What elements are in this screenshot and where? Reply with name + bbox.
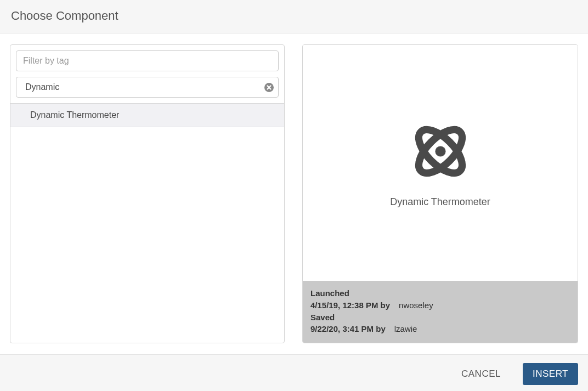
atom-icon [408,118,473,186]
launched-line: 4/15/19, 12:38 PM by nwoseley [310,299,570,311]
filter-tag-input[interactable] [16,50,279,71]
dialog-header: Choose Component [0,0,588,33]
saved-label: Saved [310,311,570,324]
filter-box [10,45,284,103]
list-item-label: Dynamic Thermometer [30,110,119,120]
saved-user: lzawie [394,323,417,335]
saved-line: 9/22/20, 3:41 PM by lzawie [310,323,570,335]
preview-meta: Launched 4/15/19, 12:38 PM by nwoseley S… [303,281,578,343]
list-item[interactable]: Dynamic Thermometer [10,104,284,127]
dialog-footer: CANCEL INSERT [0,354,588,391]
preview-panel: Dynamic Thermometer Launched 4/15/19, 12… [302,44,578,343]
launched-label: Launched [310,287,570,299]
cancel-button[interactable]: CANCEL [451,363,511,385]
component-list-panel: Dynamic Thermometer [10,44,285,343]
results-list: Dynamic Thermometer [10,103,284,127]
preview-title: Dynamic Thermometer [390,196,490,208]
dialog-title: Choose Component [11,9,577,23]
dialog-body: Dynamic Thermometer Dynamic Thermometer … [0,33,588,354]
svg-point-3 [435,146,445,156]
launched-user: nwoseley [399,299,433,311]
close-circle-icon [264,83,274,92]
insert-button[interactable]: INSERT [523,363,578,385]
launched-date: 4/15/19, 12:38 PM by [310,299,390,311]
search-input[interactable] [16,77,279,98]
search-wrap [16,77,279,98]
clear-search-button[interactable] [263,82,274,93]
saved-date: 9/22/20, 3:41 PM by [310,323,386,335]
preview-main: Dynamic Thermometer [303,45,578,281]
